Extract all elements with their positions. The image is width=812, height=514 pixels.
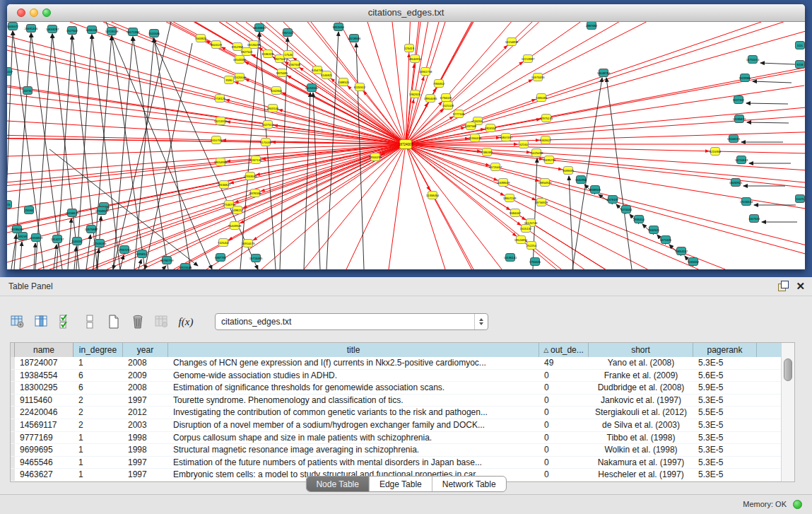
column-header-in_degree[interactable]: in_degree [73, 343, 123, 357]
table-vertical-scrollbar[interactable] [781, 343, 794, 481]
graph-node[interactable]: 18724007 [399, 140, 413, 149]
graph-node[interactable]: 7515536 [148, 30, 160, 37]
graph-node[interactable]: 16648784 [597, 69, 611, 77]
cell-pagerank[interactable]: 5.3E-5 [693, 444, 757, 456]
cell-pagerank[interactable]: 5.3E-5 [693, 395, 757, 407]
graph-node[interactable]: 2718126 [214, 95, 226, 103]
cell-pagerank[interactable]: 5.9E-5 [693, 382, 757, 394]
graph-node[interactable]: 17546 [284, 51, 293, 59]
graph-node[interactable]: 11358454 [426, 192, 440, 199]
cell-year[interactable]: 1997 [123, 469, 168, 481]
cell-short[interactable]: Tibbo et al. (1998) [589, 432, 693, 444]
graph-node[interactable]: 13218586 [348, 35, 361, 42]
column-header-out_de[interactable]: △out_de... [539, 343, 589, 357]
graph-node[interactable]: 19524851 [514, 236, 528, 244]
graph-node[interactable]: 15692921 [729, 179, 743, 187]
cell-in_degree[interactable]: 1 [73, 444, 123, 456]
cell-title[interactable]: Changes of HCN gene expression and I(f) … [168, 357, 539, 369]
graph-node[interactable]: 12505185 [93, 240, 107, 247]
graph-node[interactable]: 8186328 [262, 50, 274, 58]
graph-node[interactable]: 6466160 [86, 26, 98, 34]
graph-node[interactable]: 9590 [225, 76, 234, 84]
graph-node[interactable]: 16033809 [253, 24, 266, 32]
cell-in_degree[interactable]: 2 [73, 407, 123, 419]
cell-in_degree[interactable]: 6 [73, 370, 123, 382]
graph-node[interactable]: 8471626 [660, 236, 672, 244]
graph-node[interactable]: 16782759 [160, 257, 174, 264]
cell-out_de[interactable]: 0 [539, 432, 589, 444]
graph-node[interactable]: 8215958 [710, 148, 722, 156]
cell-pagerank[interactable]: 5.6E-5 [693, 370, 757, 382]
graph-node[interactable]: 7386382 [481, 148, 493, 156]
graph-node[interactable]: 6497568 [465, 122, 477, 130]
select-all-icon[interactable] [58, 314, 73, 329]
cell-name[interactable]: 9699695 [15, 444, 73, 456]
cell-pagerank[interactable]: 5.3E-5 [693, 457, 757, 469]
cell-name[interactable]: 19384554 [15, 370, 73, 382]
graph-node[interactable]: 1753426 [529, 258, 541, 266]
graph-node[interactable]: 7632621 [648, 226, 660, 234]
graph-node[interactable]: 10688609 [497, 179, 510, 187]
graph-node[interactable]: 19854923 [539, 179, 552, 187]
node-table[interactable]: namein_degreeyeartitle△out_de...shortpag… [10, 342, 795, 482]
cell-year[interactable]: 2012 [123, 407, 168, 419]
show-columns-icon[interactable] [34, 314, 49, 329]
graph-node[interactable]: 125419 [404, 45, 415, 52]
cell-title[interactable]: Genome-wide association studies in ADHD. [168, 370, 539, 382]
column-header-short[interactable]: short [589, 343, 693, 357]
column-header-title[interactable]: title [168, 343, 539, 357]
graph-node[interactable]: 9218 [796, 61, 805, 69]
cell-year[interactable]: 1998 [123, 444, 168, 456]
graph-node[interactable]: 15720407 [489, 163, 502, 171]
graph-node[interactable]: 6794028 [440, 94, 452, 102]
cell-title[interactable]: Corpus callosum shape and size in male p… [168, 432, 539, 444]
cell-pagerank[interactable]: 5.3E-5 [693, 432, 757, 444]
close-panel-icon[interactable]: ✕ [796, 281, 805, 291]
cell-in_degree[interactable]: 6 [73, 382, 123, 394]
graph-node[interactable]: 21364436 [469, 134, 482, 142]
graph-node[interactable]: 15196141 [504, 254, 517, 262]
cell-year[interactable]: 2008 [123, 357, 168, 369]
graph-node[interactable]: 18640910 [408, 55, 422, 63]
cell-name[interactable]: 9777169 [15, 432, 73, 444]
graph-node[interactable]: 7955812 [433, 80, 445, 88]
graph-node[interactable]: 1615132 [520, 225, 532, 233]
cell-pagerank[interactable]: 5.3E-5 [693, 357, 757, 369]
cell-short[interactable]: Stergiakouli et al. (2012) [589, 407, 693, 419]
graph-node[interactable]: 9487791 [215, 254, 227, 262]
graph-node[interactable]: 18654985 [214, 158, 228, 166]
table-row[interactable]: 977716911998Corpus callosum shape and si… [11, 432, 794, 445]
graph-node[interactable]: 9777169 [453, 110, 465, 118]
graph-node[interactable]: 9474444 [620, 206, 632, 214]
graph-node[interactable]: 22420046 [233, 74, 247, 81]
graph-node[interactable]: 1640954 [575, 176, 587, 184]
table-row[interactable]: 1456911722003Disruption of a novel membe… [11, 419, 794, 432]
graph-node[interactable]: 1111 [796, 42, 805, 49]
graph-node[interactable]: 9170035 [260, 139, 272, 146]
cell-short[interactable]: Yano et al. (2008) [589, 357, 693, 369]
graph-node[interactable]: 13142737 [51, 235, 64, 243]
cell-pagerank[interactable]: 5.3E-5 [693, 419, 757, 431]
graph-node[interactable]: 9245652 [688, 258, 700, 266]
graph-node[interactable]: 9329985 [739, 74, 751, 82]
graph-node[interactable]: 1167533 [748, 215, 760, 223]
cell-name[interactable]: 18724007 [15, 357, 73, 369]
graph-node[interactable]: 11675 [796, 195, 805, 203]
cell-out_de[interactable]: 0 [539, 457, 589, 469]
graph-node[interactable]: 1145191 [71, 238, 83, 245]
graph-node[interactable]: 10719138 [105, 28, 119, 35]
cell-in_degree[interactable]: 2 [73, 395, 123, 407]
graph-node[interactable]: 16154838 [505, 38, 519, 46]
graph-node[interactable]: 2887682 [586, 22, 598, 30]
cell-name[interactable]: 9463627 [15, 469, 73, 481]
graph-node[interactable]: 9699695 [563, 167, 575, 175]
graph-node[interactable]: 8938923 [589, 186, 601, 194]
delete-column-icon[interactable] [130, 314, 146, 329]
graph-node[interactable]: 17016534 [740, 198, 753, 206]
tab-network-table[interactable]: Network Table [433, 477, 506, 491]
cell-year[interactable]: 2003 [123, 419, 168, 431]
window-titlebar[interactable]: citations_edges.txt [7, 4, 805, 22]
cell-title[interactable]: Tourette syndrome. Phenomenology and cla… [168, 395, 539, 407]
graph-node[interactable]: 8878334 [249, 189, 261, 197]
graph-node[interactable]: 1610755 [211, 136, 223, 144]
